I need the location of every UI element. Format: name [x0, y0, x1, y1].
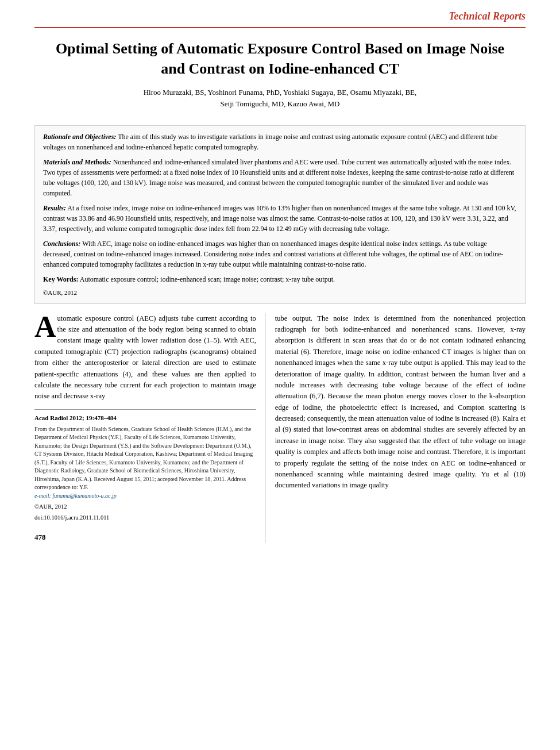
footer-section: Acad Radiol 2012; 19:478–484 From the De… [34, 409, 256, 522]
left-column: Automatic exposure control (AEC) adjusts… [34, 313, 265, 543]
keywords-line: Key Words: Automatic exposure control; i… [43, 274, 517, 284]
abstract-rationale: Rationale and Objectives: The aim of thi… [43, 132, 517, 152]
journal-reference: Acad Radiol 2012; 19:478–484 [34, 413, 256, 423]
materials-text: Nonenhanced and iodine-enhanced simulate… [43, 158, 514, 197]
page: Technical Reports Optimal Setting of Aut… [0, 0, 560, 750]
title-section: Optimal Setting of Automatic Exposure Co… [0, 28, 560, 125]
header-section: Technical Reports [0, 0, 560, 28]
drop-cap-letter: A [34, 316, 56, 339]
body-text-left: Automatic exposure control (AEC) adjusts… [34, 313, 256, 402]
contact-email: e-mail: funama@kumamoto-u.ac.jp [34, 493, 117, 499]
page-number: 478 [34, 527, 256, 543]
article-title: Optimal Setting of Automatic Exposure Co… [46, 39, 514, 79]
section-label: Technical Reports [34, 10, 526, 28]
page-num-text: 478 [34, 532, 46, 543]
conclusions-text: With AEC, image noise on iodine-enhanced… [43, 240, 503, 268]
keywords-text: Automatic exposure control; iodine-enhan… [80, 275, 335, 283]
body-text-right: tube output. The noise index is determin… [275, 313, 526, 491]
materials-label: Materials and Methods: [43, 158, 111, 166]
author-list: Hiroo Murazaki, BS, Yoshinori Funama, Ph… [46, 87, 514, 109]
affiliation-text: From the Department of Health Sciences, … [34, 425, 256, 492]
results-label: Results: [43, 204, 66, 212]
results-text: At a fixed noise index, image noise on i… [43, 204, 516, 233]
footer-doi: doi:10.1016/j.acra.2011.11.011 [34, 513, 256, 522]
affiliation-details: From the Department of Health Sciences, … [34, 426, 253, 491]
right-column: tube output. The noise index is determin… [265, 313, 526, 543]
abstract-materials: Materials and Methods: Nonenhanced and i… [43, 157, 517, 198]
abstract-copyright: ©AUR, 2012 [43, 288, 517, 298]
rationale-label: Rationale and Objectives: [43, 133, 116, 141]
abstract-box: Rationale and Objectives: The aim of thi… [34, 125, 526, 304]
body-section: Automatic exposure control (AEC) adjusts… [34, 304, 526, 543]
footer-copyright: ©AUR, 2012 [34, 502, 256, 511]
abstract-results: Results: At a fixed noise index, image n… [43, 203, 517, 234]
keywords-label: Key Words: [43, 275, 78, 283]
abstract-conclusions: Conclusions: With AEC, image noise on io… [43, 239, 517, 270]
conclusions-label: Conclusions: [43, 240, 80, 248]
email-line: e-mail: funama@kumamoto-u.ac.jp [34, 492, 256, 501]
